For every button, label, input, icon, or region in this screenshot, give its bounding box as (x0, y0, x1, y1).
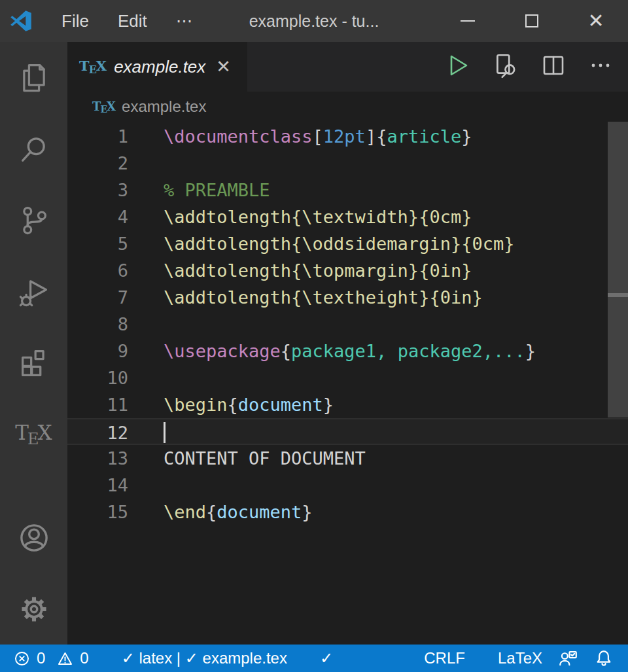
code-token: \usepackage (164, 341, 281, 361)
minimize-button[interactable] (436, 0, 500, 42)
editor-scrollbar[interactable] (608, 122, 628, 645)
code-token: { (206, 502, 217, 522)
line-number: 10 (67, 364, 164, 391)
notifications-button[interactable] (586, 645, 621, 672)
line-content[interactable]: \addtolength{\textwidth}{0cm} (164, 203, 628, 230)
line-number: 9 (67, 338, 164, 364)
problems-indicator[interactable]: 0 0 (5, 645, 97, 672)
line-content[interactable]: \end{document} (164, 499, 628, 525)
status-bar: 0 0 ✓ latex | ✓ example.tex ✓ CRLF LaTeX (0, 645, 628, 672)
line-content[interactable]: \addtolength{\topmargin}{0in} (164, 257, 628, 284)
code-token: { (281, 341, 291, 361)
window-controls: ✕ (436, 0, 628, 42)
code-token: \documentclass (164, 126, 313, 147)
code-token: 12pt (323, 126, 366, 147)
warning-icon (56, 650, 74, 667)
menu-more[interactable]: ⋯ (162, 0, 207, 42)
code-line-4[interactable]: 4\addtolength{\textwidth}{0cm} (67, 203, 628, 230)
eol-selector[interactable]: CRLF (416, 645, 473, 672)
line-content[interactable] (164, 150, 628, 177)
more-actions-button[interactable] (587, 52, 614, 81)
code-line-7[interactable]: 7\addtolength{\textheight}{0in} (67, 284, 628, 311)
close-window-button[interactable]: ✕ (564, 0, 628, 42)
line-content[interactable] (164, 364, 628, 391)
code-line-9[interactable]: 9\usepackage{package1, package2,...} (67, 338, 628, 364)
code-token: \addtolength{\topmargin}{0in} (164, 260, 472, 281)
code-line-11[interactable]: 11\begin{document} (67, 391, 628, 418)
latex-workshop-icon[interactable]: TEX (0, 398, 67, 470)
line-content[interactable] (164, 311, 628, 338)
line-number: 3 (67, 177, 164, 203)
breadcrumb-file[interactable]: example.tex (122, 97, 206, 116)
maximize-icon (525, 14, 538, 27)
close-icon: ✕ (587, 11, 604, 31)
source-control-icon[interactable] (0, 185, 67, 256)
settings-gear-icon[interactable] (0, 573, 67, 645)
code-line-12[interactable]: 12 (67, 418, 628, 445)
extensions-icon[interactable] (0, 327, 67, 398)
code-line-2[interactable]: 2 (67, 150, 628, 177)
line-number: 2 (67, 150, 164, 177)
code-line-13[interactable]: 13CONTENT OF DOCUMENT (67, 445, 628, 472)
code-line-5[interactable]: 5\addtolength{\oddsidemargin}{0cm} (67, 230, 628, 257)
code-line-14[interactable]: 14 (67, 472, 628, 499)
line-content[interactable]: CONTENT OF DOCUMENT (164, 445, 628, 472)
line-number: 8 (67, 311, 164, 338)
code-token: { (376, 126, 387, 147)
tab-close-icon[interactable]: ✕ (216, 58, 231, 76)
tab-example-tex[interactable]: TEX example.tex ✕ (67, 42, 247, 92)
view-pdf-button[interactable] (492, 52, 519, 82)
tab-label: example.tex (114, 57, 205, 77)
code-token: % PREAMBLE (164, 180, 270, 200)
scrollbar-thumb[interactable] (608, 122, 628, 417)
code-token: } (461, 126, 472, 147)
code-token: \begin (164, 395, 228, 415)
line-content[interactable]: \begin{document} (164, 391, 628, 418)
line-number: 11 (67, 391, 164, 418)
code-token: \addtolength{\oddsidemargin}{0cm} (164, 234, 514, 254)
feedback-icon (558, 648, 578, 669)
line-number: 4 (67, 203, 164, 230)
code-line-3[interactable]: 3% PREAMBLE (67, 177, 628, 203)
line-content[interactable]: \documentclass[12pt]{article} (164, 123, 628, 150)
code-line-10[interactable]: 10 (67, 364, 628, 391)
menu-edit[interactable]: Edit (103, 0, 162, 42)
code-line-1[interactable]: 1\documentclass[12pt]{article} (67, 123, 628, 150)
build-status-check[interactable]: ✓ (312, 645, 341, 672)
line-number: 1 (67, 123, 164, 150)
code-line-8[interactable]: 8 (67, 311, 628, 338)
line-content[interactable] (164, 419, 628, 444)
feedback-button[interactable] (550, 645, 586, 672)
language-mode-selector[interactable]: LaTeX (490, 645, 550, 672)
line-content[interactable]: % PREAMBLE (164, 177, 628, 203)
run-debug-icon[interactable] (0, 256, 67, 327)
explorer-icon[interactable] (0, 42, 67, 113)
maximize-button[interactable] (500, 0, 564, 42)
split-editor-button[interactable] (540, 52, 567, 81)
code-token: \end (164, 502, 206, 522)
search-icon[interactable] (0, 113, 67, 185)
code-line-15[interactable]: 15\end{document} (67, 499, 628, 525)
accounts-icon[interactable] (0, 502, 67, 573)
cursor-position-marker (608, 293, 628, 297)
line-content[interactable] (164, 472, 628, 499)
status-bar-right: CRLF LaTeX (416, 645, 628, 672)
warning-count: 0 (80, 649, 88, 667)
line-content[interactable]: \usepackage{package1, package2,...} (164, 338, 628, 364)
tex-file-icon: TEX (92, 99, 115, 115)
code-editor[interactable]: 1\documentclass[12pt]{article}23% PREAMB… (67, 122, 628, 645)
lint-status[interactable]: ✓ latex | ✓ example.tex (114, 645, 295, 672)
code-token: ] (366, 126, 376, 147)
editor-area: TEX example.tex ✕ TEX ex (67, 42, 628, 645)
line-content[interactable]: \addtolength{\oddsidemargin}{0cm} (164, 230, 628, 257)
breadcrumb: TEX example.tex (67, 92, 628, 122)
code-line-6[interactable]: 6\addtolength{\topmargin}{0in} (67, 257, 628, 284)
build-latex-button[interactable] (445, 52, 471, 81)
code-token: package1, package2,... (291, 341, 525, 361)
menu-file[interactable]: File (47, 0, 103, 42)
tex-file-icon: TEX (79, 58, 106, 76)
code-token: document (238, 395, 323, 415)
line-number: 14 (67, 472, 164, 499)
code-token: } (323, 395, 334, 415)
line-content[interactable]: \addtolength{\textheight}{0in} (164, 284, 628, 311)
